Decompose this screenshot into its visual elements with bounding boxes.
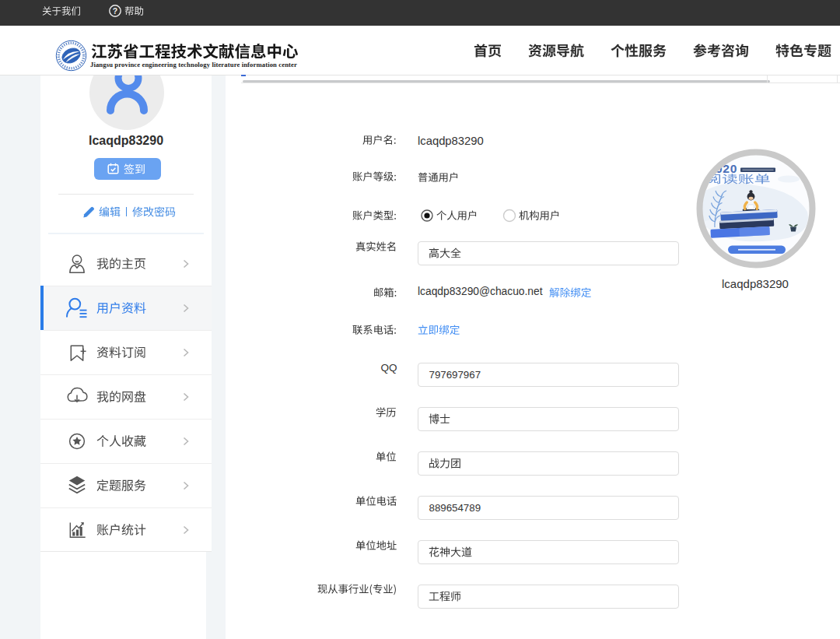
svg-text:?: ? [113, 6, 117, 16]
